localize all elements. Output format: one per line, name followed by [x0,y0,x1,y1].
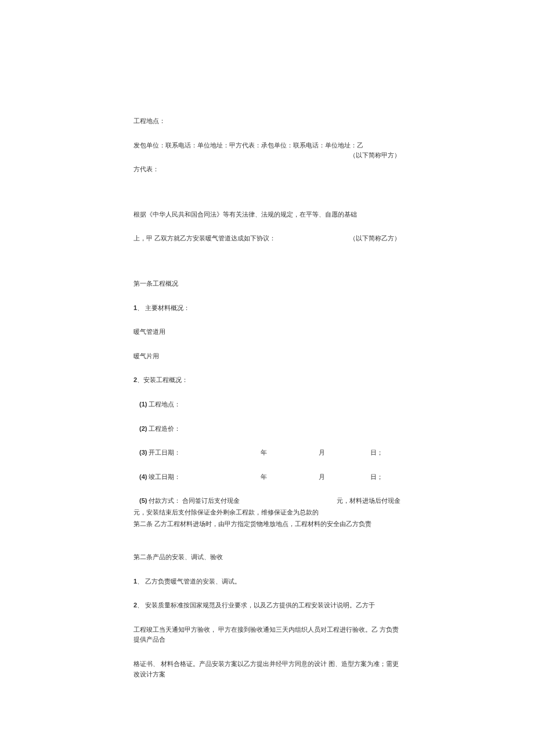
preamble-line1: 根据《中华人民共和国合同法》等有关法律、法规的规定，在平等、自愿的基础 [134,210,400,220]
year-label-2: 年 [209,472,267,483]
sub-1-text: 工程地点： [147,401,181,408]
item-1-materials: 1、 主要材料概况： [134,303,400,314]
party-a-alias: （以下简称甲方） [349,150,400,161]
preamble-text: 上，甲 乙双方就乙方安装暖气管道达成如下协议： [134,235,276,242]
sub-3-text: 开工日期： [147,449,181,456]
sub-5-text: 付款方式： 合同签订后支付现金 [147,497,240,504]
sub-3-number: (3) [139,449,147,456]
a2-item-1: 1、 乙方负责暖气管道的安装、调试。 [134,577,400,587]
document-content: 工程地点： 发包单位：联系电话：单位地址：甲方代表：承包单位：联系电话：单位地址… [134,116,400,679]
sub-5-payment: (5) 付款方式： 合同签订后支付现金 元，材料进场后付现金 [134,496,400,506]
sub-4-end-date: (4) 竣工日期： 年 月 日； [134,472,400,483]
party-a-line: 发包单位：联系电话：单位地址：甲方代表：承包单位：联系电话：单位地址：乙 （以下… [134,141,400,151]
month-label-2: 月 [267,472,325,483]
preamble-line2: 上，甲 乙双方就乙方安装暖气管道达成如下协议： （以下简称乙方） [134,233,400,244]
item-2-text: 、安装工程概况： [137,376,188,383]
a2-item-1-text: 、 乙方负责暖气管道的安装、调试。 [137,578,241,585]
day-label-2: 日； [325,472,383,483]
party-a-text: 发包单位：联系电话：单位地址：甲方代表：承包单位：联系电话：单位地址：乙 [134,142,363,149]
year-label: 年 [209,448,267,458]
article-2-title: 第二条产品的安装、调试、验收 [134,552,400,563]
party-rep-line: 方代表： [134,164,400,175]
a2-item-2-text: 、 安装质量标准按国家规范及行业要求，以及乙方提供的工程安装设计说明。乙方于 [137,602,375,609]
sub-1-number: (1) [139,401,147,408]
day-label: 日； [325,448,383,458]
sub-3-start-date: (3) 开工日期： 年 月 日； [134,448,400,458]
sub-1-location: (1) 工程地点： [134,399,400,410]
project-location-line: 工程地点： [134,116,400,127]
sub-5-line2: 元，安装结束后支付除保证金外剩余工程款，维修保证金为总款的 [134,507,400,518]
sub-2-cost: (2) 工程造价： [134,424,400,434]
month-label: 月 [267,448,325,458]
sub-5-line3: 第二条 乙方工程材料进场时，由甲方指定货物堆放地点，工程材料的安全由乙方负责 [134,519,400,530]
radiator-material-line: 暖气片用 [134,351,400,362]
a2-line-3: 工程竣工当天通知甲方验收， 甲方在接到验收通知三天内组织人员对工程进行验收。乙 … [134,625,400,645]
item-1-text: 、 主要材料概况： [137,304,190,311]
sub-2-text: 工程造价： [147,425,181,432]
party-b-alias: （以下简称乙方） [349,233,400,244]
item-2-installation: 2、安装工程概况： [134,375,400,386]
sub-4-number: (4) [139,473,147,480]
a2-item-2: 2、 安装质量标准按国家规范及行业要求，以及乙方提供的工程安装设计说明。乙方于 [134,600,400,611]
sub-5-number: (5) [139,497,147,504]
sub-4-text: 竣工日期： [147,473,181,480]
sub-5-right: 元，材料进场后付现金 [337,496,400,506]
a2-line-4: 格证书、 材料合格证。产品安装方案以乙方提出并经甲方同意的设计 图、造型方案为准… [134,659,400,679]
article-1-title: 第一条工程概况 [134,279,400,289]
sub-2-number: (2) [139,425,147,432]
pipe-material-line: 暖气管道用 [134,327,400,337]
